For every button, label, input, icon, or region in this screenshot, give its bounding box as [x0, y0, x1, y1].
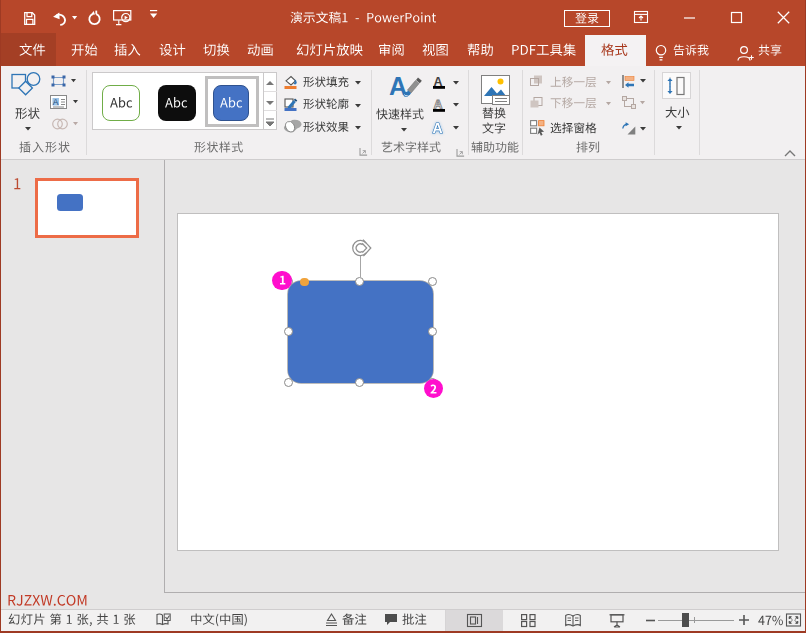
svg-text:A: A	[433, 120, 443, 136]
svg-text:A: A	[53, 97, 59, 107]
